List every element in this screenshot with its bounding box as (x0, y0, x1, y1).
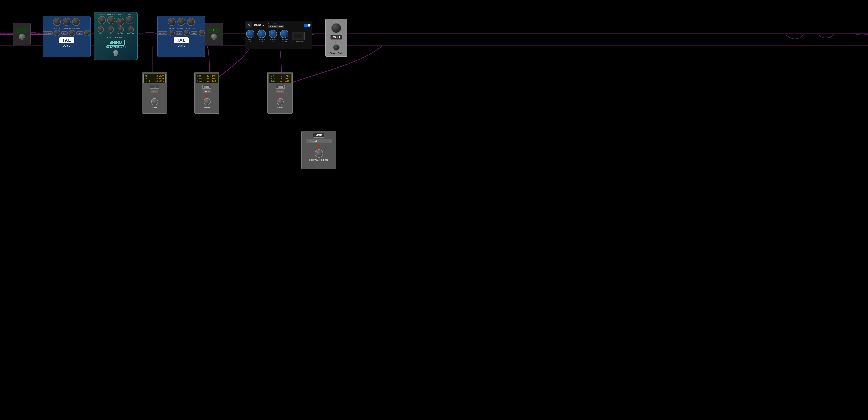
gain-knob[interactable] (19, 34, 25, 40)
shiro-predelay-knob[interactable] (107, 16, 115, 24)
shiro-mix-knob[interactable] (126, 16, 133, 24)
meter-1-rms-val: -inf dBFS (153, 75, 164, 77)
rmpro-toggle[interactable] (304, 24, 311, 27)
meter-2-red-indicator (206, 95, 208, 97)
meter-2-hold-val: -inf dBFS (206, 80, 216, 82)
tal-dub-2-knob-highcut[interactable] (187, 18, 195, 26)
rmpro-title: RMPro (254, 24, 264, 27)
meter-2-plugin: RMS -inf dBFS Peak -inf dBFS Hold -inf d… (194, 72, 219, 114)
tal-dub-2-controls: CUTOFF DRY WET (158, 30, 205, 36)
meter-1-display: RMS -inf dBFS Peak -inf dBFS Hold -inf d… (144, 74, 165, 84)
rmpro-knobs: BASS 0.0 TREBLE 0.0 DRIVE 0.0 CEILING 0.… (246, 30, 311, 43)
tal-dub-1-wet-knob[interactable] (84, 30, 90, 36)
stereo-gain-indicator (335, 41, 337, 43)
tal-dub-2-plugin: DRIVE FEEDBACK HIGHCUT CUTOFF DRY WET TA… (157, 16, 205, 57)
tal-dub-2-dry-knob[interactable] (184, 30, 190, 36)
tal-dub-1-cutoff-btn[interactable]: CUTOFF (43, 31, 53, 35)
mod-hw-indicator (317, 145, 320, 148)
meter-3-hold-row: Hold -inf dBFS (271, 80, 289, 82)
mod-hw-knob[interactable] (315, 149, 323, 158)
tal-dub-2-knob-feedback[interactable] (177, 18, 185, 26)
meter-1-plugin: RMS -inf dBFS Peak -inf dBFS Hold -inf d… (142, 72, 167, 114)
tal-dub-1-dry-btn[interactable]: DRY (61, 31, 68, 35)
stereo-gain-knob[interactable] (331, 23, 341, 33)
tal-dub-1-wet-btn[interactable]: WET (76, 31, 83, 35)
shiro-badge: SHIRO (107, 40, 124, 45)
meter-3-peak-row: Peak -inf dBFS (271, 77, 289, 80)
tal-dub-2-dry-btn[interactable]: DRY (176, 31, 182, 35)
meter-3-rms-row: RMS -inf dBFS (271, 75, 289, 77)
meter-3-hold-val: -inf dBFS (279, 80, 289, 82)
shiro-tone-knob[interactable] (107, 26, 114, 33)
meter-2-rms-row: RMS -inf dBFS (197, 75, 216, 77)
meter-3-hold-label: Hold (271, 80, 275, 82)
shiro-name: SHIROVERB MK II (105, 46, 126, 49)
meter-1-knob[interactable] (151, 98, 158, 105)
meter-3-knob[interactable] (277, 98, 284, 105)
tal-dub-1-knob-drive[interactable] (53, 18, 61, 26)
gain-2-knob[interactable] (211, 34, 217, 40)
meter-3-badge: x42 (276, 90, 284, 93)
meter-3-red-indicator (279, 95, 281, 97)
meter-3-display: RMS -inf dBFS Peak -inf dBFS Hold -inf d… (269, 74, 291, 84)
rmpro-treble-knob[interactable] (257, 30, 266, 38)
shiro-lowcut-knob[interactable] (98, 26, 104, 33)
meter-2-peak-label: Peak (197, 77, 202, 80)
meter-2-rms-label: RMS (197, 75, 201, 77)
tal-dub-1-knob-feedback[interactable] (63, 18, 70, 26)
rmpro-bass-group: BASS 0.0 (246, 30, 254, 43)
shiro-shimmer-knob[interactable] (128, 26, 134, 33)
meter-1-badge: x42 (151, 90, 158, 93)
mod-hw-badge: MOD (313, 133, 324, 137)
shiro-interval-knob[interactable] (118, 26, 124, 33)
rmpro-bass-knob[interactable] (246, 30, 254, 38)
meter-3-peak-label: Peak (271, 77, 275, 80)
gain-label: GAIN (334, 21, 338, 23)
stereo-gain-name: Stereo Gain (330, 52, 343, 55)
meter-1-peak-row: Peak -inf dBFS (145, 77, 164, 80)
rmpro-profile-label: PROFILE (268, 23, 287, 25)
meter-2-hold-label: Hold (197, 80, 202, 82)
meter-2-display: RMS -inf dBFS Peak -inf dBFS Hold -inf d… (196, 74, 218, 84)
meter-3-plugin: RMS -inf dBFS Peak -inf dBFS Hold -inf d… (268, 72, 292, 114)
meter-2-reset-btn[interactable]: Reset (203, 85, 212, 89)
tal-dub-1-cutoff-knob[interactable] (54, 30, 60, 36)
tal-badge-1: TAL (59, 37, 74, 43)
shiro-earlytail-knob[interactable] (116, 18, 124, 26)
shiro-decay-knob[interactable] (98, 16, 106, 24)
meter-1-peak-val: -inf dBFS (153, 77, 164, 80)
tal-dub-1-plugin: DRIVE FEEDBACK HIGHCUT CUTOFF DRY WET TA… (42, 16, 91, 57)
meter-2-name: Meter (204, 106, 210, 109)
rmpro-logo: M (246, 22, 252, 28)
rmpro-drive-knob[interactable] (269, 30, 277, 38)
rmpro-ceiling-knob[interactable] (280, 30, 288, 38)
meter-1-peak-label: Peak (145, 77, 150, 80)
tal-dub-2-knob-drive[interactable] (168, 18, 176, 26)
meter-1-hold-val: -inf dBFS (153, 80, 164, 82)
tal-dub-2-cutoff-knob[interactable] (168, 30, 175, 36)
rmpro-ceiling-group: CEILING 0.0 dB (280, 30, 288, 43)
mod-hw-channel-select[interactable]: Left & Right (306, 139, 332, 143)
meter-1-rms-row: RMS -inf dBFS (145, 75, 164, 77)
stereo-gain-small-knob[interactable] (333, 44, 340, 51)
meter-1-reset-btn[interactable]: Reset (150, 85, 159, 89)
tal-badge-2: TAL (174, 37, 189, 43)
tal-dub-1-knob-highcut[interactable] (72, 18, 80, 26)
meter-3-peak-val: -inf dBFS (279, 77, 289, 80)
input-gain-2-plugin: -inf (205, 23, 223, 45)
gain-2-display: -inf (208, 28, 220, 33)
rmpro-profile-value[interactable]: Master Shine (268, 25, 284, 28)
meter-2-knob[interactable] (204, 98, 211, 105)
tal-dub-2-cutoff-btn[interactable]: CUTOFF (158, 31, 167, 35)
tal-dub-1-dry-knob[interactable] (69, 30, 75, 36)
shiro-mid-knobs: LOW CUT TONE INTERVAL SHIMMER (97, 26, 135, 34)
stereo-gain-mod-badge: MOD (331, 35, 342, 39)
tal-dub-2-wet-knob[interactable] (199, 30, 205, 36)
mod-hw-name: Hardware Bypass (309, 159, 329, 161)
shiro-top-knobs: DECAY PREDELAY EARLY TAIL MIX (98, 14, 133, 26)
shiro-reverb-plugin: DECAY PREDELAY EARLY TAIL MIX LOW CUT TO… (94, 12, 137, 60)
tal-dub-1-knobs-row (53, 18, 80, 26)
tal-dub-2-wet-btn[interactable]: WET (191, 31, 197, 35)
meter-3-name: Meter (277, 106, 283, 109)
meter-3-reset-btn[interactable]: Reset (276, 85, 285, 89)
